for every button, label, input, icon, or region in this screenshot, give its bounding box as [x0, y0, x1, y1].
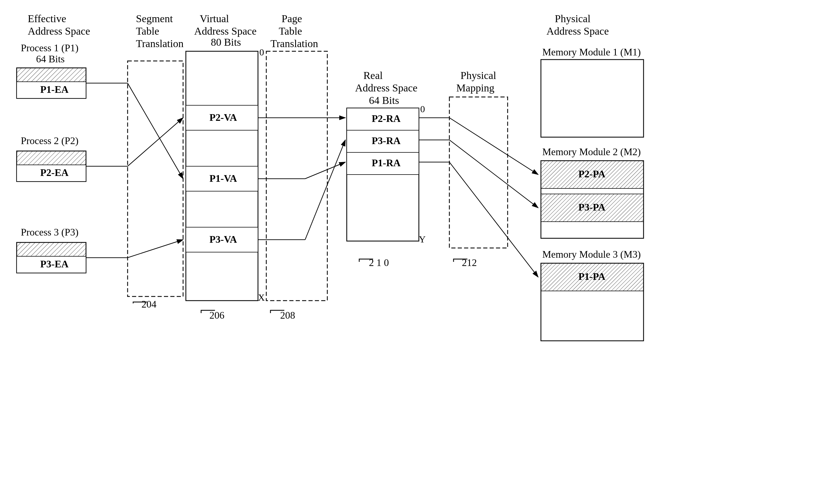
- memory-module2-label: Memory Module 2 (M2): [542, 146, 641, 157]
- p3-va-label: P3-VA: [209, 234, 237, 245]
- p3-ea-hatch-top: [17, 242, 86, 256]
- diagram-container: Effective Address Space Process 1 (P1) 6…: [0, 0, 838, 504]
- p3-va-to-ra-arrow: [305, 140, 345, 240]
- p1-ea-label: P1-EA: [40, 84, 69, 95]
- p3-ea-label: P3-EA: [40, 258, 69, 270]
- p3-pm-to-pa-arrow: [449, 140, 538, 208]
- process1-bits-label: 64 Bits: [36, 53, 65, 65]
- p2-pm-to-pa-arrow: [449, 118, 538, 175]
- physical-mapping-label1: Physical: [460, 70, 496, 81]
- segment-table-label1: Segment: [136, 13, 173, 24]
- zero-top-va-label: 0: [259, 47, 264, 57]
- p2-ea-cross-line: [127, 118, 183, 166]
- p1-pa-label: P1-PA: [578, 271, 605, 282]
- page-table-label3: Translation: [271, 38, 318, 49]
- p3-ra-label: P3-RA: [372, 135, 400, 146]
- segment-table-dashed-box: [127, 61, 183, 296]
- p1-va-to-ra-arrow: [305, 162, 345, 179]
- m1-box: [541, 59, 644, 137]
- p2-pa-label: P2-PA: [578, 168, 605, 180]
- page-table-label2: Table: [279, 25, 302, 37]
- page-table-label1: Page: [281, 13, 302, 24]
- segment-table-label3: Translation: [136, 38, 184, 49]
- p2-va-label: P2-VA: [209, 112, 237, 123]
- physical-mapping-label2: Mapping: [456, 82, 494, 94]
- process1-label: Process 1 (P1): [21, 42, 79, 53]
- segment-table-label2: Table: [136, 25, 159, 37]
- real-address-label2: Address Space: [355, 82, 417, 94]
- virtual-address-label2: Address Space: [194, 25, 257, 37]
- ref-208-label: 208: [280, 310, 295, 321]
- p1-va-label: P1-VA: [209, 173, 237, 184]
- main-svg: Effective Address Space Process 1 (P1) 6…: [0, 0, 838, 504]
- memory-module1-label: Memory Module 1 (M1): [542, 47, 641, 58]
- p3-pa-label: P3-PA: [578, 202, 605, 213]
- zero-top-ra-label: 0: [420, 104, 425, 114]
- real-address-label1: Real: [363, 70, 383, 81]
- p1-ra-label: P1-RA: [372, 157, 400, 168]
- p2-ea-hatch-top: [17, 151, 86, 165]
- p1-ea-hatch-top: [17, 68, 86, 82]
- x-bottom-va-label: X: [258, 292, 265, 303]
- ref-206-label: 206: [209, 310, 224, 321]
- physical-mapping-dashed-box: [449, 97, 508, 248]
- page-table-dashed-box: [266, 51, 327, 301]
- memory-module3-label: Memory Module 3 (M3): [542, 249, 641, 260]
- effective-address-space-label: Effective: [28, 13, 66, 24]
- effective-address-space-label2: Address Space: [28, 25, 90, 37]
- virtual-bits-label: 80 Bits: [211, 36, 241, 48]
- real-bits-label: 64 Bits: [369, 94, 399, 106]
- virtual-address-label1: Virtual: [200, 13, 229, 24]
- p3-ea-cross-line: [127, 240, 183, 258]
- p2-ea-label: P2-EA: [40, 167, 69, 178]
- physical-address-label2: Address Space: [546, 25, 609, 37]
- p2-ra-label: P2-RA: [372, 113, 400, 124]
- y-bottom-ra-label: Y: [419, 234, 426, 245]
- process3-label: Process 3 (P3): [21, 227, 79, 238]
- p1-ea-cross-line: [127, 83, 183, 179]
- process2-label: Process 2 (P2): [21, 135, 79, 146]
- physical-address-label1: Physical: [555, 13, 591, 24]
- ref-204-label: 204: [141, 299, 156, 310]
